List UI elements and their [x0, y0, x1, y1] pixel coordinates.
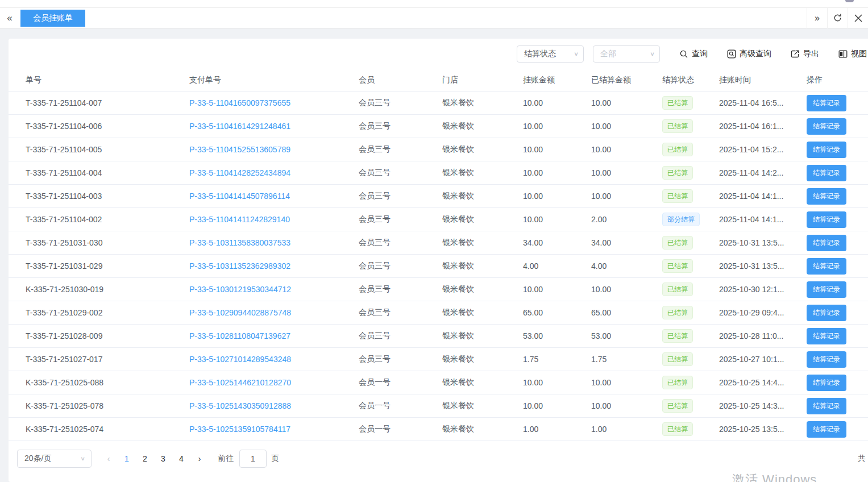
bill-no: K-335-71-251025-074 — [26, 425, 189, 434]
settled-amount: 4.00 — [591, 261, 662, 271]
expand-tabs-icon[interactable]: » — [807, 8, 827, 28]
member: 会员三号 — [359, 168, 442, 178]
column-header: 挂账金额 — [523, 75, 591, 85]
status-badge: 已结算 — [662, 329, 693, 343]
page-number[interactable]: 1 — [118, 454, 136, 463]
settled-amount: 10.00 — [591, 192, 662, 201]
advanced-search-button[interactable]: 高级查询 — [727, 49, 771, 59]
payment-no-link[interactable]: P-33-5-11041650097375655 — [189, 98, 290, 107]
store: 银米餐饮 — [442, 354, 523, 364]
settlement-status-select[interactable]: 结算状态 ∨ — [517, 45, 584, 63]
payment-no-link[interactable]: P-33-5-11041614291248461 — [189, 122, 290, 131]
status-badge: 已结算 — [662, 166, 693, 180]
credit-amount: 10.00 — [523, 401, 591, 410]
status-badge: 已结算 — [662, 143, 693, 156]
settled-amount: 34.00 — [591, 238, 662, 247]
table-row: T-335-71-251027-017 P-33-5-1027101428954… — [9, 348, 868, 371]
member: 会员三号 — [359, 121, 442, 131]
payment-no-link[interactable]: P-33-5-10311358380037533 — [189, 238, 290, 247]
page-size-value: 20条/页 — [24, 454, 51, 464]
table-body: T-335-71-251104-007 P-33-5-1104165009737… — [9, 92, 868, 441]
credit-time: 2025-10-25 13:5... — [719, 425, 807, 434]
status-value-select[interactable]: 全部 ∨ — [593, 45, 660, 63]
search-button-label: 查询 — [692, 49, 708, 59]
settlement-record-button[interactable]: 结算记录 — [807, 211, 846, 228]
payment-no-link[interactable]: P-33-5-10311352362989302 — [189, 261, 290, 271]
export-button[interactable]: 导出 — [791, 49, 819, 59]
table-row: K-335-71-251030-019 P-33-5-1030121953034… — [9, 278, 868, 301]
settlement-record-button[interactable]: 结算记录 — [807, 398, 846, 414]
payment-no-link[interactable]: P-33-5-11041525513605789 — [189, 145, 290, 154]
store: 银米餐饮 — [442, 377, 523, 388]
export-button-label: 导出 — [803, 49, 819, 59]
column-header: 支付单号 — [189, 75, 359, 85]
refresh-icon[interactable] — [827, 8, 848, 28]
bill-no: K-335-71-251025-088 — [26, 378, 189, 387]
page-size-select[interactable]: 20条/页 ∨ — [17, 450, 92, 468]
credit-amount: 10.00 — [523, 168, 591, 177]
bill-no: T-335-71-251104-004 — [26, 168, 189, 177]
settlement-record-button[interactable]: 结算记录 — [807, 188, 846, 205]
payment-no-link[interactable]: P-33-5-10271014289543248 — [189, 355, 291, 364]
credit-time: 2025-10-31 13:5... — [719, 238, 807, 247]
credit-time: 2025-11-04 16:5... — [719, 98, 807, 107]
credit-time: 2025-11-04 14:1... — [719, 192, 807, 201]
column-header: 门店 — [442, 75, 523, 85]
store: 银米餐饮 — [442, 284, 523, 294]
page-number[interactable]: 2 — [136, 454, 154, 463]
payment-no-link[interactable]: P-33-5-10251430350912888 — [189, 401, 291, 410]
store: 银米餐饮 — [442, 308, 523, 318]
chevron-down-icon: ∨ — [574, 51, 579, 57]
payment-no-link[interactable]: P-33-5-11041411242829140 — [189, 215, 290, 224]
tab-member-credit-bill[interactable]: 会员挂账单 — [20, 10, 85, 27]
store: 银米餐饮 — [442, 331, 523, 341]
settlement-record-button[interactable]: 结算记录 — [807, 142, 846, 158]
member: 会员三号 — [359, 144, 442, 155]
view-button-label: 视图 — [851, 49, 867, 59]
page-number[interactable]: 3 — [154, 454, 172, 463]
settlement-record-button[interactable]: 结算记录 — [807, 281, 846, 298]
payment-no-link[interactable]: P-33-5-10251359105784117 — [189, 425, 290, 434]
store: 银米餐饮 — [442, 214, 523, 225]
search-button[interactable]: 查询 — [679, 49, 708, 59]
settled-amount: 10.00 — [591, 285, 662, 294]
bill-no: T-335-71-251104-007 — [26, 98, 189, 107]
settlement-record-button[interactable]: 结算记录 — [807, 305, 846, 321]
goto-label: 前往 — [218, 454, 234, 464]
next-page-icon[interactable]: › — [190, 454, 209, 463]
payment-no-link[interactable]: P-33-5-11041428252434894 — [189, 168, 290, 177]
filter-toolbar: 结算状态 ∨ 全部 ∨ 查询 高级查询 导出 — [9, 39, 868, 69]
settlement-record-button[interactable]: 结算记录 — [807, 258, 846, 275]
settled-amount: 65.00 — [591, 308, 662, 317]
payment-no-link[interactable]: P-33-5-11041414507896114 — [189, 192, 290, 201]
settlement-record-button[interactable]: 结算记录 — [807, 351, 846, 368]
payment-no-link[interactable]: P-33-5-10251446210128270 — [189, 378, 291, 387]
payment-no-link[interactable]: P-33-5-10301219530344712 — [189, 285, 291, 294]
settlement-record-button[interactable]: 结算记录 — [807, 375, 846, 391]
payment-no-link[interactable]: P-33-5-10290944028875748 — [189, 308, 291, 317]
table-row: T-335-71-251104-003 P-33-5-1104141450789… — [9, 185, 868, 208]
settlement-record-button[interactable]: 结算记录 — [807, 118, 846, 135]
chevron-down-icon: ∨ — [650, 51, 655, 57]
page-number[interactable]: 4 — [172, 454, 190, 463]
store: 银米餐饮 — [442, 144, 523, 155]
settlement-record-button[interactable]: 结算记录 — [807, 95, 846, 111]
table-row: T-335-71-251031-030 P-33-5-1031135838003… — [9, 231, 868, 255]
settled-amount: 1.75 — [591, 355, 662, 364]
previous-page-icon[interactable]: ‹ — [99, 454, 118, 463]
settlement-record-button[interactable]: 结算记录 — [807, 165, 846, 181]
bill-no: T-335-71-251029-002 — [26, 308, 189, 317]
settlement-record-button[interactable]: 结算记录 — [807, 235, 846, 251]
collapse-tabs-icon[interactable]: « — [0, 13, 19, 24]
view-button[interactable]: 视图 — [838, 49, 867, 59]
payment-no-link[interactable]: P-33-5-10281108047139627 — [189, 331, 290, 340]
bill-no: T-335-71-251104-002 — [26, 215, 189, 224]
pagination: 20条/页 ∨ ‹ 1234 › 前往 页 共 64 — [17, 449, 868, 468]
goto-page-input[interactable] — [239, 450, 267, 468]
advanced-search-button-label: 高级查询 — [740, 49, 771, 59]
close-icon[interactable] — [848, 8, 868, 28]
settlement-record-button[interactable]: 结算记录 — [807, 328, 846, 344]
settlement-record-button[interactable]: 结算记录 — [807, 421, 846, 438]
status-badge: 已结算 — [662, 399, 693, 413]
status-badge: 已结算 — [662, 189, 693, 203]
